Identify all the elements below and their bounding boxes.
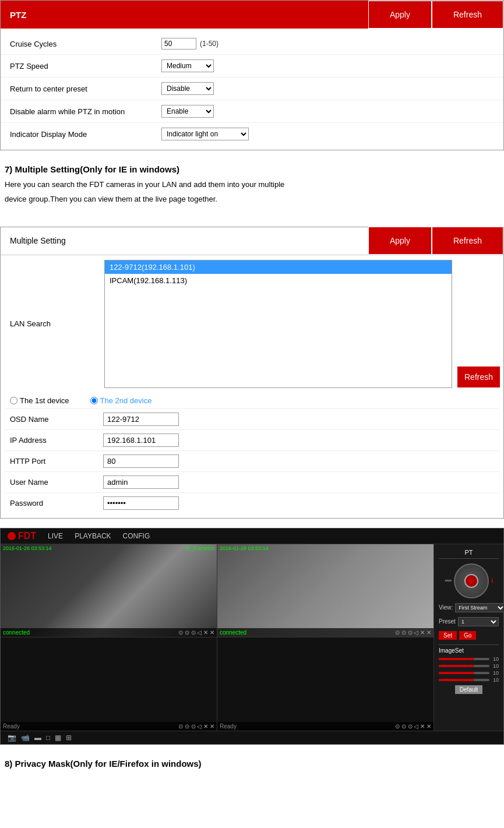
ptz-row-disable-alarm: Disable alarm while PTZ in motion Disabl… xyxy=(1,100,503,123)
form-row-password: Password xyxy=(5,492,499,513)
fdt-view-label: View: xyxy=(439,604,453,611)
fdt-slider-track-4 xyxy=(439,679,489,681)
ipaddress-label: IP Address xyxy=(10,436,103,445)
fdt-preset-select[interactable]: 1 2 xyxy=(458,617,499,626)
fdt-logo: FDT xyxy=(8,531,36,541)
fdt-layout-4-icon[interactable]: ⊞ xyxy=(66,734,72,742)
disable-alarm-select[interactable]: Disable Enable xyxy=(161,105,214,118)
cam4-bar: Ready ⊙ ⊙ ⊙ ◁ ✕ ✕ xyxy=(217,722,433,731)
fdt-pt-title: PT xyxy=(439,549,499,559)
password-label: Password xyxy=(10,499,103,508)
username-input[interactable] xyxy=(103,475,179,489)
fdt-pt-control: ➖ ℹ xyxy=(439,563,499,598)
device-1-radio[interactable]: The 1st device xyxy=(10,396,69,405)
ptz-speed-control: Slow Medium Fast xyxy=(161,59,214,72)
cruise-cycles-range: (1-50) xyxy=(200,40,218,48)
ptz-row-indicator: Indicator Display Mode Indicator light o… xyxy=(1,123,503,145)
fdt-screenshot: FDT LIVE PLAYBACK CONFIG 2016-01-26 03:5… xyxy=(0,528,504,745)
fdt-slider-fill-1 xyxy=(439,658,474,660)
device-1-radio-input[interactable] xyxy=(10,397,17,404)
fdt-camera-3[interactable]: Ready ⊙ ⊙ ⊙ ◁ ✕ ✕ xyxy=(1,637,217,731)
fdt-logo-icon xyxy=(8,532,16,540)
fdt-camera-icon[interactable]: 📷 xyxy=(8,734,16,742)
disable-alarm-label: Disable alarm while PTZ in motion xyxy=(10,107,161,116)
fdt-video-icon[interactable]: 📹 xyxy=(21,734,30,742)
multi-header-buttons: Apply Refresh xyxy=(368,227,503,255)
indicator-label: Indicator Display Mode xyxy=(10,130,161,139)
fdt-slider-fill-4 xyxy=(439,679,474,681)
multi-header: Multiple Setting Apply Refresh xyxy=(1,227,503,255)
httpport-input[interactable] xyxy=(103,454,179,468)
fdt-nav-live[interactable]: LIVE xyxy=(48,532,63,540)
lan-search-label: LAN Search xyxy=(5,260,104,388)
fdt-camera-4[interactable]: Ready ⊙ ⊙ ⊙ ◁ ✕ ✕ xyxy=(217,637,433,731)
fdt-layout-1-icon[interactable]: ▬ xyxy=(34,734,41,742)
pt-minus-icon[interactable]: ➖ xyxy=(445,577,452,584)
cam3-icons: ⊙ ⊙ ⊙ ◁ ✕ ✕ xyxy=(178,723,214,730)
fdt-default-button[interactable]: Default xyxy=(455,685,483,694)
password-input[interactable] xyxy=(103,496,179,510)
fdt-slider-1: 10 xyxy=(439,656,499,662)
indicator-select[interactable]: Indicator light on Indicator light off A… xyxy=(161,128,249,140)
fdt-set-button[interactable]: Set xyxy=(439,631,457,640)
cruise-cycles-input[interactable] xyxy=(161,38,196,50)
ptz-title: PTZ xyxy=(1,10,36,20)
fdt-slider-val-4: 10 xyxy=(491,677,499,683)
username-label: User Name xyxy=(10,478,103,487)
section7-title: 7) Multiple Setting(Only for IE in windo… xyxy=(5,164,499,174)
ptz-refresh-button[interactable]: Refresh xyxy=(432,1,503,29)
device-2-radio-input[interactable] xyxy=(90,397,98,404)
indicator-control: Indicator light on Indicator light off A… xyxy=(161,128,249,140)
form-row-username: User Name xyxy=(5,471,499,492)
lan-refresh-button[interactable]: Refresh xyxy=(457,366,501,388)
lan-list-item[interactable]: 122-9712(192.168.1.101) xyxy=(105,260,452,274)
cam2-timestamp-left: 2016-01-26 03:53:14 xyxy=(220,545,269,551)
device-2-radio[interactable]: The 2nd device xyxy=(90,396,152,405)
fdt-camera-2[interactable]: 2016-01-26 03:53:14 connected ⊙ ⊙ ⊙ ◁ ✕ … xyxy=(217,544,433,637)
pt-info-icon: ℹ xyxy=(491,577,494,584)
fdt-nav-playback[interactable]: PLAYBACK xyxy=(75,532,111,540)
section7-desc1: Here you can search the FDT cameras in y… xyxy=(5,179,499,191)
device-2-label: The 2nd device xyxy=(100,396,152,405)
cam1-timestamp-right: IF_Camelon xyxy=(186,545,214,551)
ptz-apply-button[interactable]: Apply xyxy=(368,1,432,29)
cam1-timestamp-left: 2016-01-26 03:53:14 xyxy=(3,545,52,551)
fdt-layout-3-icon[interactable]: ▦ xyxy=(55,734,61,742)
fdt-slider-4: 10 xyxy=(439,677,499,683)
cam3-bar: Ready ⊙ ⊙ ⊙ ◁ ✕ ✕ xyxy=(1,722,217,731)
fdt-slider-2: 10 xyxy=(439,663,499,669)
fdt-main: 2016-01-26 03:53:14 IF_Camelon connected… xyxy=(1,544,433,731)
cruise-cycles-control: (1-50) xyxy=(161,38,218,50)
fdt-pt-ring[interactable] xyxy=(454,563,489,598)
fdt-set-go-row: Set Go xyxy=(439,631,499,640)
fdt-pt-center[interactable] xyxy=(464,574,478,588)
osdname-label: OSD Name xyxy=(10,415,103,424)
osdname-input[interactable] xyxy=(103,413,179,426)
fdt-preset-row: Preset 1 2 xyxy=(439,617,499,626)
center-preset-label: Return to center preset xyxy=(10,84,161,93)
lan-list-item[interactable]: IPCAM(192.168.1.113) xyxy=(105,274,452,287)
device-selection-row: The 1st device The 2nd device xyxy=(5,393,499,408)
fdt-nav-config[interactable]: CONFIG xyxy=(123,532,150,540)
fdt-view-select[interactable]: First Stream Second Stream xyxy=(455,603,504,612)
center-preset-select[interactable]: Disable Enable xyxy=(161,82,214,95)
fdt-slider-val-1: 10 xyxy=(491,656,499,662)
ptz-row-cruise-cycles: Cruise Cycles (1-50) xyxy=(1,33,503,55)
fdt-slider-fill-2 xyxy=(439,665,474,667)
fdt-bottom-icons: 📷 📹 ▬ □ ▦ ⊞ xyxy=(8,734,72,742)
lan-list[interactable]: 122-9712(192.168.1.101) IPCAM(192.168.1.… xyxy=(104,260,452,388)
fdt-camera-1[interactable]: 2016-01-26 03:53:14 IF_Camelon connected… xyxy=(1,544,217,637)
cam4-status: Ready xyxy=(220,723,237,730)
multi-apply-button[interactable]: Apply xyxy=(368,227,432,255)
ipaddress-input[interactable] xyxy=(103,434,179,447)
cam1-bar: connected ⊙ ⊙ ⊙ ◁ ✕ ✕ xyxy=(1,628,217,637)
fdt-go-button[interactable]: Go xyxy=(459,631,476,640)
cam2-icons: ⊙ ⊙ ⊙ ◁ ✕ ✕ xyxy=(395,629,431,636)
multi-refresh-button[interactable]: Refresh xyxy=(432,227,503,255)
ptz-speed-select[interactable]: Slow Medium Fast xyxy=(161,59,214,72)
fdt-layout-2-icon[interactable]: □ xyxy=(46,734,50,742)
multi-body: LAN Search 122-9712(192.168.1.101) IPCAM… xyxy=(1,255,503,518)
fdt-view-row: View: First Stream Second Stream xyxy=(439,603,499,612)
httpport-label: HTTP Port xyxy=(10,457,103,466)
cruise-cycles-label: Cruise Cycles xyxy=(10,40,161,48)
